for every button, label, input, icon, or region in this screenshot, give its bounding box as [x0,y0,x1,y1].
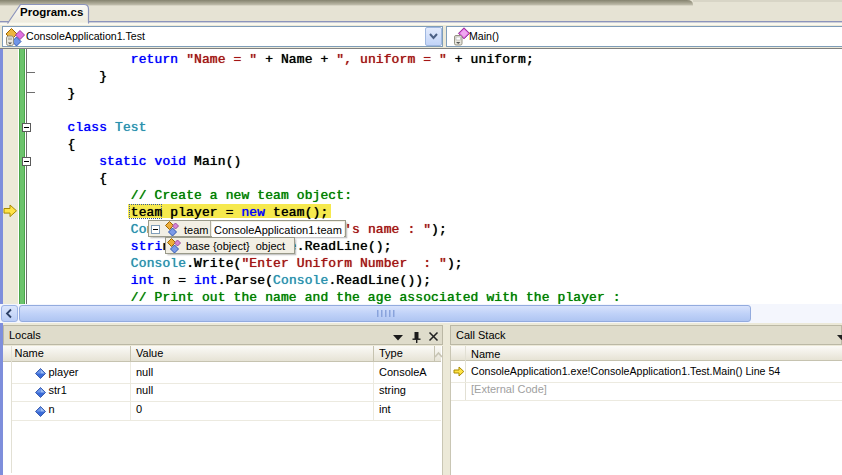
svg-text:Program.cs: Program.cs [20,6,83,18]
